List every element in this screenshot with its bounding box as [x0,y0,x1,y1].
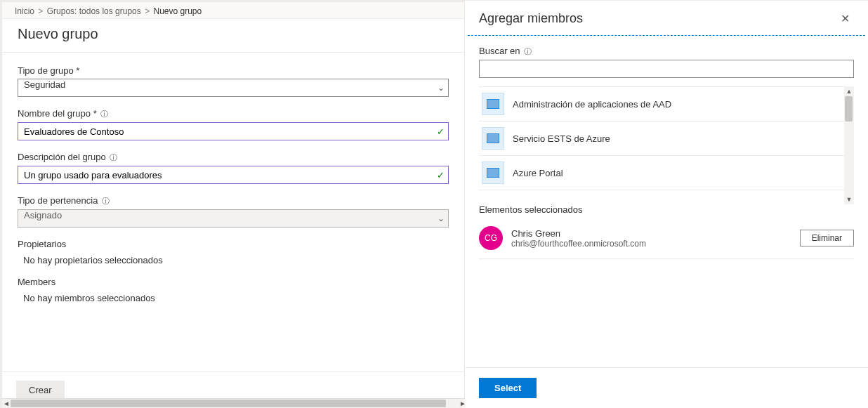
panel-footer: Select [465,367,868,408]
vertical-scrollbar[interactable]: ▲ ▼ [844,86,854,204]
result-item[interactable]: Servicio ESTS de Azure [479,121,854,156]
field-owners: Propietarios No hay propietarios selecci… [18,239,449,265]
dashed-divider [468,35,865,36]
search-input[interactable] [479,60,854,78]
breadcrumb-groups[interactable]: Grupos: todos los grupos [47,6,141,16]
selected-email: chris@fourthcoffee.onmicrosoft.com [511,239,791,249]
select-button[interactable]: Select [479,378,537,398]
result-item[interactable]: Azure Portal [479,156,854,190]
field-members: Members No hay miembros seleccionados [18,277,449,303]
results-list: Administración de aplicaciones de AAD Se… [479,86,854,190]
result-item[interactable]: Administración de aplicaciones de AAD [479,86,854,121]
selected-info: Chris Green chris@fourthcoffee.onmicroso… [511,228,791,249]
create-button[interactable]: Crear [16,381,65,400]
group-desc-input[interactable] [18,166,449,184]
group-type-select[interactable]: Seguridad [18,79,449,97]
app-icon [482,93,504,115]
selected-item: CG Chris Green chris@fourthcoffee.onmicr… [479,222,854,259]
info-icon[interactable]: ⓘ [102,196,110,206]
membership-value: Asignado [24,210,62,221]
page-title: Nuevo grupo [2,19,464,53]
members-heading: Members [18,277,449,287]
group-type-label: Tipo de grupo * [18,65,449,76]
group-name-input[interactable] [18,122,449,140]
field-group-type: Tipo de grupo * Seguridad ⌄ [18,65,449,97]
membership-select[interactable]: Asignado [18,209,449,228]
result-name: Azure Portal [513,168,563,178]
horizontal-scrollbar[interactable]: ◄ ► [2,398,467,408]
breadcrumb-current: Nuevo grupo [154,6,202,16]
app-icon [482,162,504,184]
selected-heading: Elementos seleccionados [479,204,854,215]
remove-button[interactable]: Eliminar [800,230,854,246]
panel-title: Agregar miembros [479,11,583,26]
panel-header: Agregar miembros ✕ [465,1,868,35]
result-name: Servicio ESTS de Azure [513,133,610,144]
panel-body: Buscar en ⓘ 🔍 Administración de aplicaci… [465,46,868,367]
breadcrumb-sep: > [38,6,43,16]
group-desc-label: Descripción del grupo ⓘ [18,152,449,163]
breadcrumb-home[interactable]: Inicio [15,6,34,16]
app-icon [482,127,504,150]
owners-heading: Propietarios [18,239,449,249]
search-label: Buscar en ⓘ [479,46,854,57]
members-empty-text: No hay miembros seleccionados [18,290,449,303]
close-icon: ✕ [841,13,850,25]
field-membership: Tipo de pertenencia ⓘ Asignado ⌄ [18,195,449,228]
info-icon[interactable]: ⓘ [100,109,108,119]
add-members-panel: Agregar miembros ✕ Buscar en ⓘ 🔍 Adminis… [465,0,868,408]
scroll-left-arrow-icon[interactable]: ◄ [2,399,11,408]
scroll-down-arrow-icon[interactable]: ▼ [844,195,854,204]
field-group-name: Nombre del grupo * ⓘ ✓ [18,108,449,140]
avatar: CG [479,226,503,250]
selected-name: Chris Green [511,228,791,239]
breadcrumb-sep: > [145,6,150,16]
membership-label: Tipo de pertenencia ⓘ [18,195,449,206]
form-body: Tipo de grupo * Seguridad ⌄ Nombre del g… [2,53,464,371]
group-name-label: Nombre del grupo * ⓘ [18,108,449,119]
scroll-thumb[interactable] [845,96,853,121]
field-group-desc: Descripción del grupo ⓘ ✓ [18,152,449,184]
close-button[interactable]: ✕ [836,9,854,28]
scroll-thumb[interactable] [11,400,446,407]
breadcrumb: Inicio > Grupos: todos los grupos > Nuev… [2,2,464,19]
result-name: Administración de aplicaciones de AAD [513,99,671,110]
main-form-area: Inicio > Grupos: todos los grupos > Nuev… [0,0,465,408]
scroll-up-arrow-icon[interactable]: ▲ [844,86,854,96]
owners-empty-text: No hay propietarios seleccionados [18,252,449,265]
info-icon[interactable]: ⓘ [524,46,532,57]
group-type-value: Seguridad [24,79,65,90]
info-icon[interactable]: ⓘ [110,152,117,163]
